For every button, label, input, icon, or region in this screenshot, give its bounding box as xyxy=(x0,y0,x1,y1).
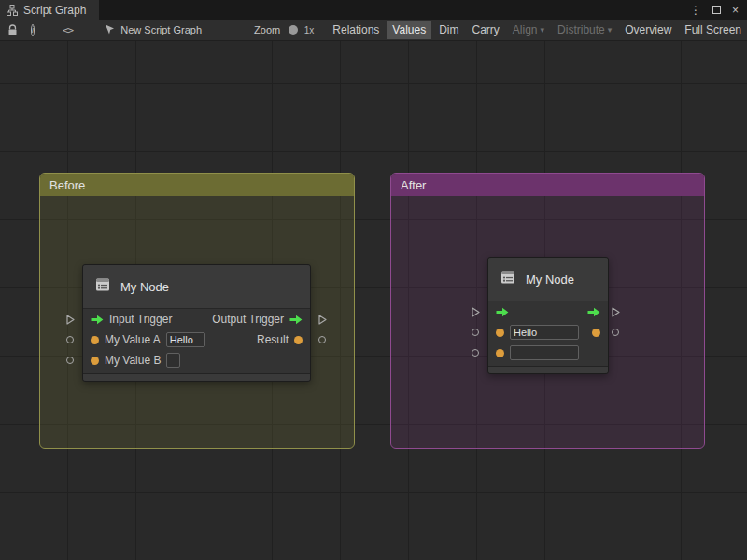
result-port-icon[interactable] xyxy=(592,329,600,337)
external-output-trigger-port[interactable] xyxy=(610,306,621,317)
window-menu-icon[interactable]: ⋮ xyxy=(690,4,701,17)
graph-toolbar: i <> New Script Graph Zoom 1x Relations … xyxy=(0,20,747,41)
value-a-port-icon[interactable] xyxy=(496,329,504,337)
value-b-field[interactable] xyxy=(510,345,579,360)
value-a-label: My Value A xyxy=(105,333,161,346)
graph-canvas[interactable]: Before After xyxy=(0,41,747,560)
input-trigger-port-icon[interactable] xyxy=(496,307,509,317)
fullscreen-button[interactable]: Full Screen xyxy=(679,21,747,39)
carry-button[interactable]: Carry xyxy=(467,21,505,39)
node-before-body: Input Trigger Output Trigger My Value A xyxy=(83,309,310,371)
align-button[interactable]: Align ▾ xyxy=(507,21,550,39)
values-button[interactable]: Values xyxy=(387,21,431,39)
script-graph-icon xyxy=(7,5,18,16)
node-before-footer xyxy=(83,373,310,381)
node-icon xyxy=(93,275,112,298)
value-b-row xyxy=(488,343,608,363)
relations-button[interactable]: Relations xyxy=(327,21,385,39)
external-output-trigger-port[interactable] xyxy=(317,314,328,325)
align-button-label: Align xyxy=(513,23,538,36)
input-trigger-port-icon[interactable] xyxy=(91,315,104,325)
info-icon[interactable]: i xyxy=(31,24,35,36)
code-icon[interactable]: <> xyxy=(63,24,73,36)
graph-picker-label: New Script Graph xyxy=(120,24,202,35)
chevron-down-icon: ▾ xyxy=(541,25,545,35)
node-after-header[interactable]: My Node xyxy=(488,258,608,301)
external-result-port[interactable] xyxy=(317,334,328,345)
zoom-slider-knob[interactable] xyxy=(289,25,298,35)
node-after-footer xyxy=(488,366,608,373)
external-value-a-port[interactable] xyxy=(470,327,481,338)
external-input-trigger-port[interactable] xyxy=(64,314,76,325)
external-value-b-port[interactable] xyxy=(470,347,481,358)
tabbar-spacer xyxy=(99,0,690,20)
value-b-row: My Value B xyxy=(83,350,310,371)
output-trigger-port-icon[interactable] xyxy=(289,315,303,325)
maximize-icon[interactable] xyxy=(712,6,721,14)
node-title: My Node xyxy=(120,280,169,294)
zoom-value: 1x xyxy=(304,25,315,35)
group-before-header[interactable]: Before xyxy=(40,174,354,196)
distribute-button[interactable]: Distribute ▾ xyxy=(552,21,617,39)
tab-title: Script Graph xyxy=(23,4,86,17)
close-icon[interactable]: × xyxy=(732,4,739,17)
graph-asset-icon xyxy=(105,24,115,36)
value-a-field[interactable] xyxy=(510,325,579,340)
graph-picker[interactable]: New Script Graph xyxy=(105,24,202,36)
external-value-a-port[interactable] xyxy=(64,334,76,345)
node-my-node-after[interactable]: My Node xyxy=(487,257,609,374)
output-trigger-port-icon[interactable] xyxy=(587,307,600,317)
external-value-b-port[interactable] xyxy=(64,355,76,366)
node-icon xyxy=(499,268,517,290)
value-a-port-icon[interactable] xyxy=(91,336,99,344)
window-controls: ⋮ × xyxy=(690,0,747,20)
script-graph-window: Script Graph ⋮ × i <> New Script Graph xyxy=(0,0,747,560)
overview-button[interactable]: Overview xyxy=(619,21,677,39)
node-before-header[interactable]: My Node xyxy=(83,265,310,309)
tab-bar: Script Graph ⋮ × xyxy=(0,0,747,20)
value-b-field[interactable] xyxy=(166,353,180,368)
value-a-row: My Value A Result xyxy=(83,329,310,350)
value-b-port-icon[interactable] xyxy=(496,349,504,357)
node-title: My Node xyxy=(526,273,574,287)
distribute-button-label: Distribute xyxy=(557,23,605,36)
result-label: Result xyxy=(257,333,289,346)
group-before-title: Before xyxy=(49,178,85,192)
value-a-field[interactable] xyxy=(166,332,205,347)
lock-icon[interactable] xyxy=(7,24,18,36)
result-port-icon[interactable] xyxy=(294,336,303,344)
chevron-down-icon: ▾ xyxy=(608,25,613,35)
group-after-title: After xyxy=(401,178,426,192)
zoom-slider[interactable] xyxy=(289,29,297,31)
trigger-row: Input Trigger Output Trigger xyxy=(83,309,310,329)
external-input-trigger-port[interactable] xyxy=(470,306,481,317)
value-b-port-icon[interactable] xyxy=(91,357,99,365)
value-b-label: My Value B xyxy=(105,354,161,367)
input-trigger-label: Input Trigger xyxy=(109,313,172,326)
trigger-row xyxy=(488,301,608,322)
value-a-row xyxy=(488,322,608,343)
node-after-body xyxy=(488,301,608,363)
zoom-label: Zoom xyxy=(254,24,280,35)
output-trigger-label: Output Trigger xyxy=(212,313,284,326)
dim-button[interactable]: Dim xyxy=(433,21,464,39)
tab-script-graph[interactable]: Script Graph xyxy=(0,0,99,20)
group-after-header[interactable]: After xyxy=(391,174,704,196)
external-result-port[interactable] xyxy=(610,327,621,338)
node-my-node-before[interactable]: My Node Input Trigger Output Trigger xyxy=(82,264,311,382)
